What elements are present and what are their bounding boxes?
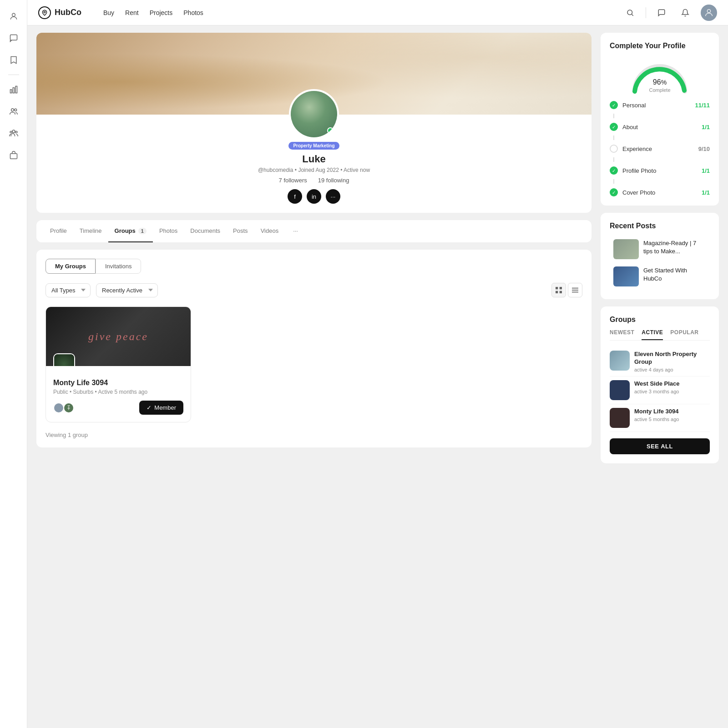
svg-rect-16 [556, 291, 558, 293]
nav-buy[interactable]: Buy [103, 9, 114, 16]
messages-button[interactable] [653, 5, 670, 21]
view-toggles [551, 283, 582, 297]
type-filter-select[interactable]: All Types [46, 283, 91, 297]
member-button[interactable]: ✓ Member [139, 401, 183, 415]
profile-stats: 7 followers 19 following [46, 177, 582, 184]
group-list-item-2[interactable]: Monty Life 3094 active 5 months ago [610, 404, 710, 432]
check-experience [610, 145, 618, 153]
label-experience: Experience [622, 146, 694, 152]
sub-tab-my-groups[interactable]: My Groups [46, 259, 96, 274]
groups-tab-popular[interactable]: POPULAR [670, 329, 698, 340]
check-cover: ✓ [610, 188, 618, 196]
svg-point-9 [15, 131, 17, 133]
svg-point-8 [10, 131, 12, 133]
tab-videos[interactable]: Videos [254, 220, 285, 242]
progress-item-cover: ✓ Cover Photo 1/1 [610, 188, 710, 196]
sidebar-icon-group[interactable] [5, 124, 23, 142]
svg-rect-10 [10, 154, 17, 159]
tab-groups[interactable]: Groups 1 [108, 220, 153, 242]
groups-sidebar-card: Groups NEWEST ACTIVE POPULAR Eleven Nort… [601, 306, 719, 463]
group-list-item-0[interactable]: Eleven North Property Group active 4 day… [610, 347, 710, 377]
see-all-button[interactable]: SEE ALL [610, 438, 710, 454]
online-status-dot [327, 127, 334, 134]
profile-handle: @hubcomedia [258, 167, 293, 173]
followers-stat[interactable]: 7 followers [279, 177, 307, 184]
svg-point-0 [12, 13, 15, 16]
check-personal: ✓ [610, 101, 618, 109]
svg-point-21 [68, 405, 70, 407]
sidebar-icon-person[interactable] [5, 7, 23, 25]
progress-item-personal: ✓ Personal 11/11 [610, 101, 710, 109]
recent-posts-title: Recent Posts [610, 222, 710, 230]
nav-rent[interactable]: Rent [125, 9, 139, 16]
facebook-icon[interactable]: f [288, 189, 302, 204]
tab-timeline[interactable]: Timeline [73, 220, 108, 242]
post-item-1[interactable]: Get Started With HubCo [610, 263, 710, 290]
check-about: ✓ [610, 123, 618, 131]
profile-complete-title: Complete Your Profile [610, 42, 710, 50]
svg-rect-2 [10, 90, 11, 93]
profile-card: Property Marketing Luke @hubcomedia • Jo… [36, 33, 592, 213]
progress-item-experience: Experience 9/10 [610, 145, 710, 153]
grid-view-toggle[interactable] [551, 283, 566, 297]
nav-links: Buy Rent Projects Photos [103, 9, 203, 16]
sidebar-icon-chart[interactable] [5, 80, 23, 99]
nav-logo[interactable]: HubCo [38, 6, 81, 19]
svg-point-7 [12, 130, 15, 133]
tab-documents[interactable]: Documents [184, 220, 227, 242]
sidebar-icon-chat[interactable] [5, 29, 23, 47]
sidebar-icon-people[interactable] [5, 102, 23, 120]
logo-text: HubCo [55, 8, 81, 17]
tab-more[interactable]: ··· [287, 220, 304, 242]
viewing-text: Viewing 1 group [46, 432, 582, 438]
svg-point-13 [707, 9, 710, 12]
group-list-thumb-2 [610, 408, 630, 428]
group-info: Monty Life 3094 Public • Suburbs • Activ… [46, 366, 191, 422]
more-social-icon[interactable]: ··· [326, 189, 340, 204]
nav-right [622, 5, 717, 21]
notifications-button[interactable] [677, 5, 693, 21]
label-cover: Cover Photo [622, 189, 697, 196]
group-list-name-2: Monty Life 3094 [634, 408, 679, 416]
score-photo: 1/1 [702, 167, 710, 174]
sidebar-icon-bookmark[interactable] [5, 51, 23, 69]
gauge-wrap: 96% Complete [610, 57, 710, 94]
progress-items: ✓ Personal 11/11 ✓ About 1/1 [610, 101, 710, 196]
label-about: About [622, 124, 697, 131]
tab-photos-label: Photos [159, 227, 177, 234]
gauge-number-val: 96 [653, 78, 661, 86]
groups-tab-newest[interactable]: NEWEST [610, 329, 634, 340]
profile-meta: @hubcomedia • Joined Aug 2022 • Active n… [46, 167, 582, 173]
top-nav: HubCo Buy Rent Projects Photos [27, 0, 728, 25]
list-view-toggle[interactable] [568, 283, 582, 297]
nav-photos[interactable]: Photos [183, 9, 203, 16]
group-cover-text: give peace [88, 331, 148, 343]
sidebar-icon-bag[interactable] [5, 146, 23, 164]
group-meta: Public • Suburbs • Active 5 months ago [53, 389, 183, 395]
member-check-icon: ✓ [147, 404, 152, 411]
sort-filter-select[interactable]: Recently Active [96, 283, 158, 297]
svg-rect-19 [572, 290, 578, 291]
score-experience: 9/10 [698, 146, 710, 152]
profile-badge: Property Marketing [288, 142, 339, 150]
groups-tab-active[interactable]: ACTIVE [642, 329, 663, 340]
user-avatar[interactable] [701, 5, 717, 21]
profile-separator2: • [340, 167, 344, 173]
member-avatar-2 [63, 402, 74, 413]
tab-photos[interactable]: Photos [153, 220, 184, 242]
tab-profile[interactable]: Profile [44, 220, 73, 242]
post-item-0[interactable]: Magazine-Ready | 7 tips to Make... [610, 236, 710, 263]
tab-profile-label: Profile [50, 227, 67, 234]
tab-posts[interactable]: Posts [227, 220, 254, 242]
following-stat[interactable]: 19 following [318, 177, 349, 184]
sidebar-divider [8, 75, 19, 75]
gauge-complete-label: Complete [649, 87, 670, 93]
linkedin-icon[interactable]: in [307, 189, 321, 204]
group-logo [53, 353, 75, 366]
group-list-info-0: Eleven North Property Group active 4 day… [634, 351, 710, 372]
nav-projects[interactable]: Projects [150, 9, 173, 16]
sub-tab-invitations[interactable]: Invitations [96, 259, 142, 274]
search-button[interactable] [622, 5, 638, 21]
group-list-item-1[interactable]: West Side Place active 3 months ago [610, 377, 710, 404]
group-list-meta-0: active 4 days ago [634, 367, 710, 372]
